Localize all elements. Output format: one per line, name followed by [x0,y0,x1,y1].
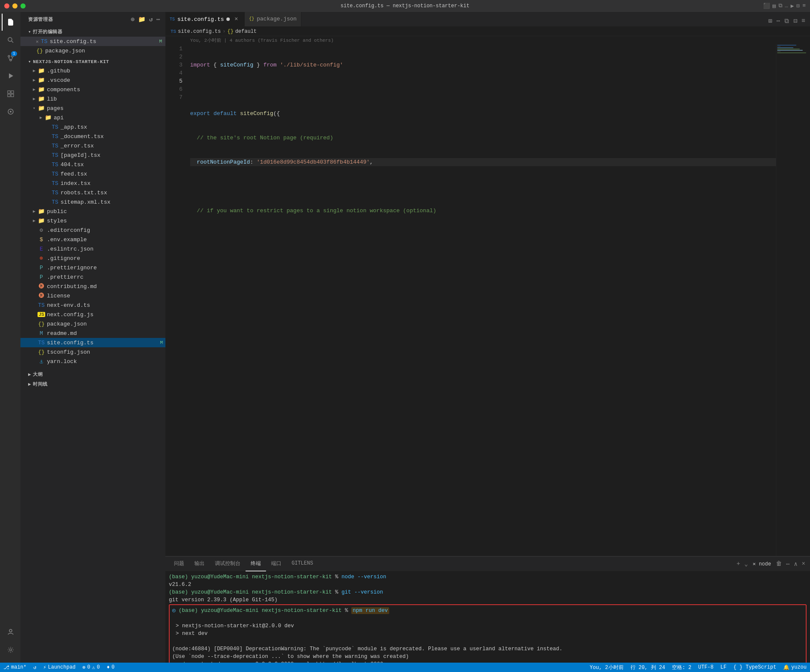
extensions-activity-icon[interactable] [2,85,19,102]
status-indent[interactable]: 空格: 2 [668,663,695,672]
settings-activity-icon[interactable] [2,641,19,658]
sidebar-item-public[interactable]: ▶ 📁 public [20,207,165,216]
panel-toggle-icon[interactable]: ≡ [802,3,806,9]
run-icon[interactable]: ▶ [791,3,794,9]
timeline-section[interactable]: ▶ 时间线 [20,379,165,389]
source-control-activity-icon[interactable]: 1 [2,49,19,66]
status-sync[interactable]: ↺ [30,663,40,672]
sidebar-item-license[interactable]: 🅜 license [20,291,165,300]
tab-close-button[interactable]: × [232,15,240,23]
sidebar-item-styles[interactable]: ▶ 📁 styles [20,216,165,225]
panel-tab-gitlens[interactable]: GITLENS [286,557,318,571]
editor-layout-icon[interactable]: ▤ [772,3,776,9]
status-encoding[interactable]: UTF-8 [695,663,717,672]
new-folder-icon[interactable]: 📁 [137,15,147,24]
more-actions-icon[interactable]: ⋯ [775,16,781,26]
open-editor-site-config[interactable]: ✕ TS site.config.ts M [20,37,165,46]
new-file-icon[interactable]: ⊕ [130,15,136,24]
sidebar-item-tsconfig-json[interactable]: {} tsconfig.json [20,347,165,357]
status-launchpad[interactable]: ⚡ Launchpad [40,663,79,672]
project-section[interactable]: ▾ NEXTJS-NOTION-STARTER-KIT [20,57,165,66]
close-all-editors-icon[interactable]: ⊟ [792,16,798,26]
sidebar-item-contributing[interactable]: 🅜 contributing.md [20,282,165,291]
sidebar-item-404-tsx[interactable]: TS 404.tsx [20,160,165,169]
editor-content[interactable]: 1 2 3 4 5 6 7 import { siteConfig } from… [165,44,810,556]
sidebar-item-lib[interactable]: ▶ 📁 lib [20,94,165,104]
collapse-icon[interactable]: ⋯ [156,15,161,24]
sidebar-item-next-config-js[interactable]: JS next.config.js [20,310,165,319]
panel-tab-ports[interactable]: 端口 [266,557,286,571]
sidebar-item-readme[interactable]: M readme.md [20,329,165,338]
status-author[interactable]: You, 2小时前 [586,663,627,672]
window-controls[interactable] [4,3,26,9]
sidebar-item-document-tsx[interactable]: TS _document.tsx [20,132,165,141]
sidebar-item-prettierignore[interactable]: P .prettierignore [20,263,165,272]
sidebar-item-prettierrc[interactable]: P .prettierrc [20,272,165,282]
breadcrumb-filename[interactable]: site.config.ts [178,29,221,35]
open-editor-package-json[interactable]: {} package.json [20,46,165,55]
sidebar-item-error-tsx[interactable]: TS _error.tsx [20,141,165,150]
panel-tab-debug-console[interactable]: 调试控制台 [210,557,246,571]
sidebar-item-robots-tsx[interactable]: TS robots.txt.tsx [20,188,165,197]
close-button[interactable] [4,3,9,9]
open-editors-section[interactable]: ▾ 打开的编辑器 [20,27,165,37]
sidebar-item-package-json[interactable]: {} package.json [20,319,165,329]
status-eol[interactable]: LF [717,663,730,672]
kill-terminal-icon[interactable]: 🗑 [775,559,783,568]
sidebar-item-gitignore[interactable]: ⊗ .gitignore [20,254,165,263]
terminal-content[interactable]: (base) yuzou@YudeMac-mini nextjs-notion-… [165,571,810,663]
sidebar-item-components[interactable]: ▶ 📁 components [20,85,165,94]
maximize-button[interactable] [20,3,26,9]
editor-layout-icon[interactable]: ⧉ [783,16,790,26]
search-activity-icon[interactable] [2,32,19,49]
terminal-dropdown-icon[interactable]: ⌄ [743,559,749,569]
status-branch[interactable]: ⎇ main* [0,663,30,672]
sidebar-item-env-example[interactable]: $ .env.example [20,235,165,244]
sidebar-item-sitemap-tsx[interactable]: TS sitemap.xml.tsx [20,197,165,207]
panel-tab-output[interactable]: 输出 [189,557,210,571]
panel-toggle-right-icon[interactable]: ≡ [800,16,807,26]
sidebar-item-pageid-tsx[interactable]: TS [pageId].tsx [20,150,165,160]
split-editor-icon[interactable]: ⊞ [767,16,773,26]
sidebar-item-vscode[interactable]: ▶ 📁 .vscode [20,75,165,85]
sidebar-item-pages[interactable]: ▾ 📁 pages [20,104,165,113]
breadcrumb-scope[interactable]: default [235,29,257,35]
sidebar-item-api[interactable]: ▶ 📁 api [20,113,165,122]
sidebar-item-yarn-lock[interactable]: ⚓ yarn.lock [20,357,165,366]
refresh-icon[interactable]: ↺ [148,15,154,24]
panel-tab-actions[interactable]: + ⌄ ✕ node 🗑 ⋯ ∧ × [735,559,807,569]
more-icon[interactable]: … [785,3,788,9]
close-panel-icon[interactable]: × [801,559,807,568]
minimize-button[interactable] [12,3,17,9]
sidebar-item-feed-tsx[interactable]: TS feed.tsx [20,169,165,179]
explorer-activity-icon[interactable] [2,14,19,31]
panel-tab-terminal[interactable]: 终端 [246,557,266,571]
sidebar-item-app-tsx[interactable]: TS _app.tsx [20,122,165,132]
maximize-panel-icon[interactable]: ∧ [793,559,798,569]
status-notifications[interactable]: 🔔 yuzou [780,663,810,672]
tab-site-config-ts[interactable]: TS site.config.ts × [165,12,245,26]
title-bar-actions[interactable]: ⬛ ▤ ⧉ … ▶ ⊟ ≡ [763,3,806,9]
sidebar-item-site-config-ts[interactable]: TS site.config.ts M [20,338,165,347]
more-terminal-icon[interactable]: ⋯ [785,559,791,569]
tab-bar-actions[interactable]: ⊞ ⋯ ⧉ ⊟ ≡ [764,16,810,26]
run-debug-activity-icon[interactable] [2,67,19,84]
add-terminal-icon[interactable]: + [735,559,741,568]
status-position[interactable]: 行 20, 列 24 [627,663,669,672]
editor-code-content[interactable]: import { siteConfig } from './lib/site-c… [187,44,776,556]
status-language[interactable]: { } TypeScript [730,663,780,672]
status-info[interactable]: ♦ 0 [103,663,118,672]
panel-tab-problems[interactable]: 问题 [169,557,189,571]
layout-icon[interactable]: ⊟ [796,3,800,9]
outline-section[interactable]: ▶ 大纲 [20,369,165,379]
sidebar-item-editorconfig[interactable]: ⚙ .editorconfig [20,225,165,235]
sidebar-item-github[interactable]: ▶ 📁 .github [20,66,165,75]
remote-activity-icon[interactable] [2,103,19,120]
status-errors[interactable]: ⊗ 0 ⚠ 0 [79,663,103,672]
sidebar-header-actions[interactable]: ⊕ 📁 ↺ ⋯ [130,15,161,24]
split-editor-icon[interactable]: ⧉ [778,3,782,9]
tab-package-json[interactable]: {} package.json [245,12,301,26]
close-icon[interactable]: ✕ [36,39,39,44]
sidebar-toggle-icon[interactable]: ⬛ [763,3,770,9]
sidebar-item-eslintrc[interactable]: E .eslintrc.json [20,244,165,254]
